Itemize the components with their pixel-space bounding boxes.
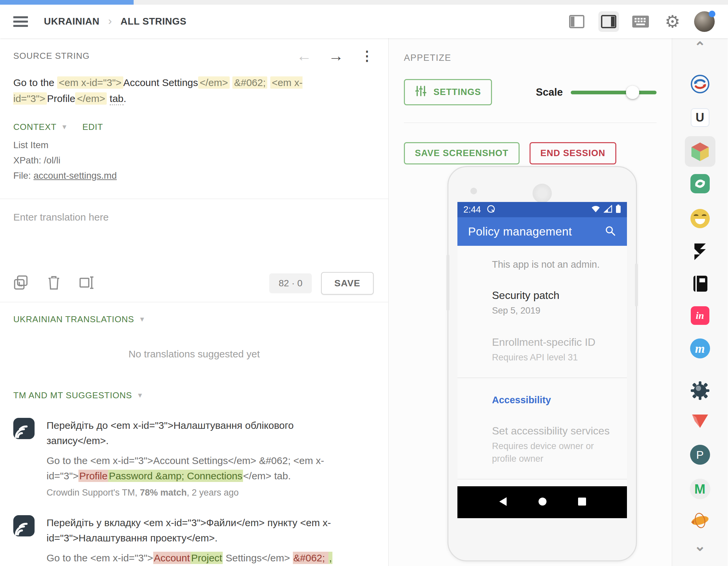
save-translation-button[interactable]: SAVE bbox=[321, 272, 374, 294]
breadcrumb-all-strings[interactable]: ALL STRINGS bbox=[121, 16, 186, 27]
breadcrumb-language[interactable]: UKRAINIAN bbox=[44, 16, 99, 27]
list-divider bbox=[457, 378, 627, 378]
editor-panel: SOURCE STRING ← → ⋮ Go to the <em x-id="… bbox=[0, 38, 389, 566]
menu-hamburger-icon[interactable] bbox=[13, 16, 28, 27]
plugins-cube-icon-active[interactable] bbox=[685, 136, 715, 167]
home-button[interactable] bbox=[538, 497, 547, 508]
phone-power-button bbox=[635, 264, 638, 306]
save-screenshot-button[interactable]: SAVE SCREENSHOT bbox=[404, 142, 520, 165]
cellular-signal-icon bbox=[604, 205, 612, 214]
suggestion-target-text: Перейдіть у вкладку <em x-id="3">Файли</… bbox=[47, 515, 346, 546]
appetize-title: APPETIZE bbox=[404, 53, 657, 63]
context-collapse-triangle-icon[interactable]: ▼ bbox=[61, 123, 68, 131]
settings-gear-icon[interactable]: ⚙ bbox=[662, 11, 683, 32]
wifi-icon bbox=[591, 205, 600, 214]
header-actions: ⚙ bbox=[566, 11, 715, 32]
list-item-security-patch-subtitle: Sep 5, 2019 bbox=[457, 304, 627, 317]
divider bbox=[0, 302, 388, 302]
invision-icon[interactable]: in bbox=[691, 306, 709, 325]
list-item-enrollment-id-subtitle: Requires API level 31 bbox=[457, 351, 627, 364]
marvel-icon[interactable]: m bbox=[690, 338, 710, 358]
android-app-bar: Policy management bbox=[457, 217, 627, 246]
no-translations-message: No translations suggested yet bbox=[0, 348, 388, 360]
end-session-button[interactable]: END SESSION bbox=[530, 142, 617, 165]
crowdin-editor-window: UKRAINIAN › ALL STRINGS ⚙ SOURCE STRING bbox=[0, 0, 728, 566]
more-options-kebab-icon[interactable]: ⋮ bbox=[360, 48, 374, 63]
recents-button[interactable] bbox=[578, 497, 586, 507]
search-icon[interactable] bbox=[604, 225, 616, 238]
plugin-icon-rail: ⌃ U in bbox=[672, 38, 728, 566]
list-item-security-patch[interactable]: Security patch bbox=[457, 289, 627, 301]
clear-translation-trash-icon[interactable] bbox=[47, 275, 61, 291]
context-line-type: List Item bbox=[13, 138, 374, 153]
appetize-settings-button[interactable]: SETTINGS bbox=[404, 79, 492, 105]
scale-slider[interactable] bbox=[571, 86, 657, 99]
translation-progress-bar bbox=[0, 0, 728, 5]
keyboard-shortcuts-icon[interactable] bbox=[630, 11, 651, 32]
principle-icon[interactable]: P bbox=[690, 445, 710, 465]
collapse-up-chevron-icon[interactable]: ⌃ bbox=[694, 43, 706, 51]
source-string-text: Go to the <em x-id="3">Account Settings<… bbox=[0, 75, 359, 107]
admin-note: This app is not an admin. bbox=[457, 259, 627, 270]
context-details: List Item XPath: /ol/li File: account-se… bbox=[0, 138, 388, 183]
select-text-icon[interactable] bbox=[79, 275, 96, 291]
context-edit-button[interactable]: EDIT bbox=[82, 122, 103, 132]
section-accessibility[interactable]: Accessibility bbox=[457, 395, 627, 405]
layout-right-panel-icon[interactable] bbox=[598, 11, 619, 32]
translation-memory-icon bbox=[13, 515, 35, 536]
android-q-icon bbox=[486, 204, 496, 215]
user-avatar[interactable] bbox=[694, 11, 715, 32]
next-string-arrow-icon[interactable]: → bbox=[328, 48, 344, 63]
scale-slider-track[interactable] bbox=[571, 91, 657, 94]
tm-suggestion-item[interactable]: Перейдіть до <em x-id="3">Налаштування о… bbox=[0, 418, 388, 498]
medium-icon[interactable]: M bbox=[690, 479, 710, 499]
machine-translation-sync-icon[interactable] bbox=[690, 74, 710, 94]
phone-volume-button bbox=[446, 255, 449, 311]
minesweeper-icon[interactable] bbox=[690, 381, 710, 400]
translation-memory-icon bbox=[13, 418, 35, 439]
list-item-accessibility-services-subtitle: Requires device owner or profile owner bbox=[457, 440, 627, 465]
android-status-bar: 2:44 bbox=[457, 202, 627, 217]
zeplin-icon[interactable] bbox=[690, 512, 710, 529]
phone-screen[interactable]: 2:44 Policy management bbox=[457, 202, 627, 518]
suggestion-source-diff: Go to the <em x-id="3">AccountProject Se… bbox=[47, 550, 346, 566]
framer-icon[interactable] bbox=[692, 243, 708, 261]
translation-input[interactable] bbox=[0, 199, 388, 252]
list-item-enrollment-id: Enrollment-specific ID bbox=[457, 336, 627, 348]
translation-progress-fill bbox=[0, 0, 134, 5]
translations-section-heading[interactable]: UKRAINIAN TRANSLATIONS bbox=[13, 314, 134, 324]
tm-suggestion-item[interactable]: Перейдіть у вкладку <em x-id="3">Файли</… bbox=[0, 515, 388, 566]
sliders-icon bbox=[415, 85, 427, 99]
flag-pennant-icon[interactable] bbox=[691, 414, 709, 429]
app-bar-title: Policy management bbox=[468, 225, 572, 238]
list-item-accessibility-services: Set accessibility services bbox=[457, 425, 627, 437]
chevron-right-icon: › bbox=[108, 14, 112, 27]
device-preview-phone: 2:44 Policy management bbox=[447, 166, 637, 561]
previous-string-arrow-icon[interactable]: ← bbox=[297, 48, 312, 63]
top-bar: UKRAINIAN › ALL STRINGS ⚙ bbox=[0, 5, 728, 38]
phone-camera-dot bbox=[470, 188, 477, 194]
context-line-file: File: account-settings.md bbox=[13, 168, 374, 183]
context-file-link[interactable]: account-settings.md bbox=[34, 170, 117, 181]
list-divider bbox=[457, 479, 627, 479]
scale-label: Scale bbox=[536, 86, 563, 98]
suggestion-target-text: Перейдіть до <em x-id="3">Налаштування о… bbox=[47, 418, 346, 448]
layout-side-by-side-icon[interactable] bbox=[566, 11, 587, 32]
suggestion-meta: Crowdin Support's TM, 78% match, 2 years… bbox=[47, 488, 346, 498]
battery-icon bbox=[616, 205, 621, 215]
divider bbox=[404, 123, 657, 123]
docs-book-icon[interactable] bbox=[691, 275, 709, 293]
translations-collapse-triangle-icon[interactable]: ▼ bbox=[139, 315, 145, 323]
collapse-down-chevron-icon[interactable]: ⌄ bbox=[694, 542, 706, 550]
source-string-label: SOURCE STRING bbox=[13, 51, 90, 61]
back-button[interactable] bbox=[498, 497, 507, 508]
tm-collapse-triangle-icon[interactable]: ▼ bbox=[137, 392, 143, 399]
scale-slider-thumb[interactable] bbox=[626, 86, 639, 99]
emoji-smiley-icon[interactable] bbox=[690, 209, 710, 228]
refresh-tool-icon[interactable] bbox=[690, 174, 710, 193]
tm-section-heading[interactable]: TM AND MT SUGGESTIONS bbox=[13, 390, 132, 400]
unicode-tool-icon[interactable]: U bbox=[691, 108, 709, 127]
copy-source-icon[interactable] bbox=[13, 275, 29, 291]
translation-area: 82 · 0 SAVE bbox=[0, 199, 388, 294]
context-toggle[interactable]: CONTEXT bbox=[13, 122, 57, 132]
